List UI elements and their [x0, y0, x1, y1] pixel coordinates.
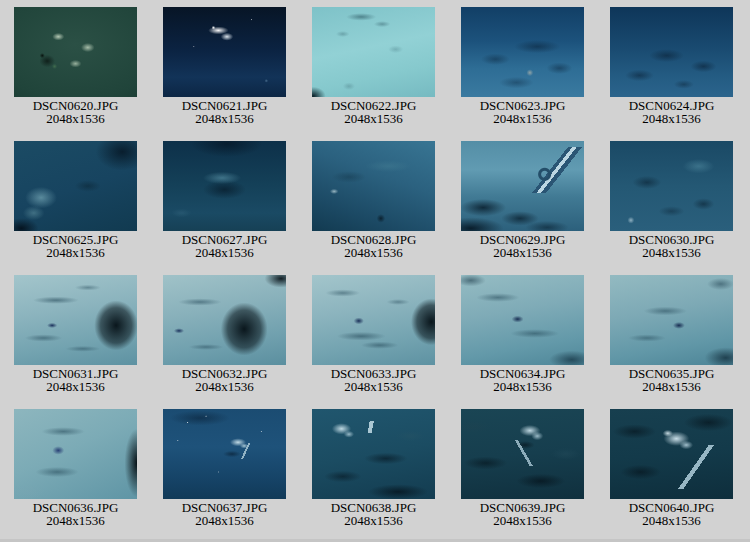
photo-cell: DSCN0629.JPG 2048x1536 — [461, 141, 584, 275]
photo-thumbnail[interactable] — [461, 409, 584, 499]
photo-thumbnail[interactable] — [461, 7, 584, 97]
photo-cell: DSCN0631.JPG 2048x1536 — [14, 275, 137, 409]
photo-dimensions: 2048x1536 — [163, 380, 286, 393]
photo-cell: DSCN0625.JPG 2048x1536 — [14, 141, 137, 275]
photo-dimensions: 2048x1536 — [312, 246, 435, 259]
photo-cell: DSCN0620.JPG 2048x1536 — [14, 7, 137, 141]
photo-dimensions: 2048x1536 — [14, 380, 137, 393]
photo-thumbnail[interactable] — [461, 275, 584, 365]
photo-thumbnail[interactable] — [312, 141, 435, 231]
photo-thumbnail[interactable] — [610, 409, 733, 499]
photo-thumbnail[interactable] — [610, 7, 733, 97]
photo-cell: DSCN0621.JPG 2048x1536 — [163, 7, 286, 141]
photo-thumbnail[interactable] — [312, 7, 435, 97]
photo-thumbnail[interactable] — [14, 409, 137, 499]
photo-dimensions: 2048x1536 — [610, 112, 733, 125]
photo-dimensions: 2048x1536 — [312, 380, 435, 393]
photo-thumbnail[interactable] — [610, 141, 733, 231]
photo-cell: DSCN0637.JPG 2048x1536 — [163, 409, 286, 542]
thumbnail-grid: DSCN0620.JPG 2048x1536 DSCN0621.JPG 2048… — [0, 0, 750, 542]
photo-dimensions: 2048x1536 — [461, 514, 584, 527]
photo-dimensions: 2048x1536 — [461, 380, 584, 393]
photo-thumbnail[interactable] — [14, 141, 137, 231]
photo-dimensions: 2048x1536 — [461, 246, 584, 259]
photo-thumbnail[interactable] — [312, 275, 435, 365]
photo-thumbnail[interactable] — [14, 275, 137, 365]
photo-dimensions: 2048x1536 — [163, 112, 286, 125]
photo-dimensions: 2048x1536 — [312, 112, 435, 125]
photo-cell: DSCN0636.JPG 2048x1536 — [14, 409, 137, 542]
photo-cell: DSCN0635.JPG 2048x1536 — [610, 275, 733, 409]
photo-thumbnail[interactable] — [461, 141, 584, 231]
photo-dimensions: 2048x1536 — [14, 514, 137, 527]
photo-cell: DSCN0622.JPG 2048x1536 — [312, 7, 435, 141]
photo-cell: DSCN0640.JPG 2048x1536 — [610, 409, 733, 542]
photo-cell: DSCN0624.JPG 2048x1536 — [610, 7, 733, 141]
photo-dimensions: 2048x1536 — [610, 246, 733, 259]
photo-dimensions: 2048x1536 — [14, 112, 137, 125]
photo-dimensions: 2048x1536 — [610, 514, 733, 527]
photo-thumbnail[interactable] — [163, 7, 286, 97]
photo-cell: DSCN0623.JPG 2048x1536 — [461, 7, 584, 141]
photo-cell: DSCN0639.JPG 2048x1536 — [461, 409, 584, 542]
photo-dimensions: 2048x1536 — [312, 514, 435, 527]
photo-cell: DSCN0638.JPG 2048x1536 — [312, 409, 435, 542]
photo-dimensions: 2048x1536 — [14, 246, 137, 259]
photo-thumbnail[interactable] — [163, 141, 286, 231]
photo-thumbnail[interactable] — [14, 7, 137, 97]
photo-thumbnail[interactable] — [163, 409, 286, 499]
photo-cell: DSCN0628.JPG 2048x1536 — [312, 141, 435, 275]
photo-cell: DSCN0632.JPG 2048x1536 — [163, 275, 286, 409]
photo-cell: DSCN0630.JPG 2048x1536 — [610, 141, 733, 275]
photo-dimensions: 2048x1536 — [163, 246, 286, 259]
photo-dimensions: 2048x1536 — [163, 514, 286, 527]
photo-thumbnail[interactable] — [610, 275, 733, 365]
photo-dimensions: 2048x1536 — [610, 380, 733, 393]
photo-thumbnail[interactable] — [312, 409, 435, 499]
photo-cell: DSCN0634.JPG 2048x1536 — [461, 275, 584, 409]
photo-cell: DSCN0627.JPG 2048x1536 — [163, 141, 286, 275]
photo-cell: DSCN0633.JPG 2048x1536 — [312, 275, 435, 409]
photo-thumbnail[interactable] — [163, 275, 286, 365]
photo-dimensions: 2048x1536 — [461, 112, 584, 125]
